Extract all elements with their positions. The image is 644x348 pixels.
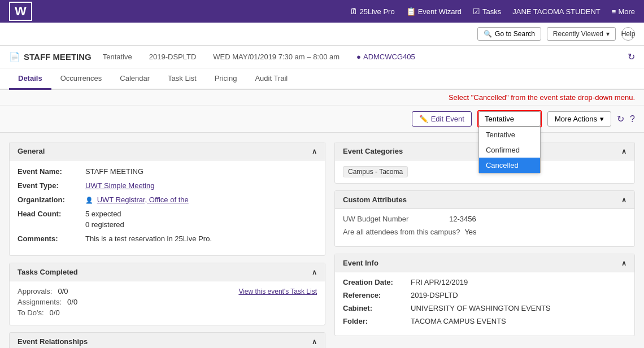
dropdown-item-tentative[interactable]: Tentative [479, 127, 540, 142]
search-bar-row: 🔍 Go to Search Recently Viewed ▾ Help [0, 23, 644, 46]
refresh-button[interactable]: ↻ [628, 51, 635, 62]
event-admin: ● ADMCWCG405 [356, 53, 415, 61]
refresh-action-button[interactable]: ↻ [617, 114, 624, 124]
cabinet-label: Cabinet: [343, 304, 411, 312]
calendar-icon: 🗓 [350, 7, 358, 16]
uw-logo[interactable]: W [9, 2, 32, 21]
creation-date-row: Creation Date: FRI APR/12/2019 [343, 278, 626, 286]
help-button[interactable]: Help [621, 27, 635, 41]
org-value: 👤 UWT Registrar, Office of the [85, 195, 189, 204]
registered-count: 0 registered [85, 220, 124, 229]
admin-value: ADMCWCG405 [363, 53, 415, 61]
custom-attrs-header: Custom Attributes ∧ [335, 191, 634, 209]
more-actions-label: More Actions [555, 115, 597, 123]
nav-tasks-label: Tasks [482, 7, 501, 16]
uw-budget-row: UW Budget Number 12-3456 [343, 215, 626, 223]
reference-value: 2019-DSPLTD [411, 291, 458, 299]
nav-user-label: JANE TACOMA STUDENT [512, 7, 601, 16]
relationships-toggle-icon[interactable]: ∧ [312, 338, 317, 346]
tab-occurrences[interactable]: Occurrences [51, 68, 111, 90]
creation-date-label: Creation Date: [343, 278, 411, 286]
event-info-toggle-icon[interactable]: ∧ [621, 259, 626, 267]
recently-viewed-dropdown[interactable]: Recently Viewed ▾ [547, 27, 616, 41]
tab-pricing[interactable]: Pricing [206, 68, 246, 90]
categories-toggle-icon[interactable]: ∧ [621, 147, 626, 155]
event-type-value: UWT Simple Meeting [85, 181, 155, 190]
custom-attrs-title: Custom Attributes [343, 195, 407, 204]
help-label: Help [621, 30, 636, 38]
tasks-body: Approvals: 0/0 Assignments: 0/0 To Do's:… [10, 281, 325, 325]
main-content: General ∧ Event Name: STAFF MEETING Even… [0, 133, 644, 348]
nav-more[interactable]: ≡ More [612, 7, 635, 16]
cabinet-value: UNIVERSITY OF WASHINGTON EVENTS [411, 304, 551, 312]
nav-items: 🗓 25Live Pro 📋 Event Wizard ☑ Tasks JANE… [350, 7, 635, 16]
approvals-row: Approvals: 0/0 [18, 287, 77, 295]
chevron-down-icon: ▾ [600, 115, 604, 123]
tasks-section: Tasks Completed ∧ Approvals: 0/0 Assignm… [9, 263, 325, 325]
folder-row: Folder: TACOMA CAMPUS EVENTS [343, 317, 626, 325]
state-select-wrapper: Tentative Confirmed Cancelled Tentative … [477, 110, 542, 128]
event-type-link[interactable]: UWT Simple Meeting [85, 181, 155, 190]
tab-calendar[interactable]: Calendar [111, 68, 159, 90]
general-title: General [18, 147, 45, 155]
nav-more-label: More [618, 7, 635, 16]
tasks-title: Tasks Completed [18, 268, 78, 276]
org-link[interactable]: UWT Registrar, Office of the [97, 195, 189, 204]
state-dropdown-menu: Tentative Confirmed Cancelled [478, 127, 541, 173]
general-toggle-icon[interactable]: ∧ [312, 147, 317, 155]
org-icon: 👤 [85, 197, 93, 203]
recently-viewed-label: Recently Viewed [553, 30, 603, 38]
attendees-label: Are all attendees from this campus? [343, 228, 460, 236]
go-to-search-button[interactable]: 🔍 Go to Search [477, 27, 541, 41]
nav-tasks[interactable]: ☑ Tasks [473, 7, 501, 16]
tab-details[interactable]: Details [9, 68, 51, 90]
comments-row: Comments: This is a test reservation in … [18, 234, 317, 243]
approvals-label: Approvals: [18, 287, 52, 295]
tab-details-label: Details [18, 74, 42, 82]
uw-budget-value: 12-3456 [449, 215, 476, 223]
head-count-label: Head Count: [18, 210, 85, 229]
reference-row: Reference: 2019-DSPLTD [343, 291, 626, 299]
uw-budget-label: UW Budget Number [343, 215, 445, 223]
todos-row: To Do's: 0/0 [18, 308, 77, 317]
todos-label: To Do's: [18, 308, 44, 317]
help-action-button[interactable]: ? [630, 114, 635, 124]
comments-value: This is a test reservation in 25Live Pro… [85, 234, 212, 243]
event-info-title: Event Info [343, 259, 378, 267]
tab-task-list-label: Task List [168, 74, 197, 82]
nav-user[interactable]: JANE TACOMA STUDENT [512, 7, 601, 16]
left-panel: General ∧ Event Name: STAFF MEETING Even… [9, 142, 325, 348]
search-icon: 🔍 [484, 30, 492, 38]
event-name-value: STAFF MEETING [85, 167, 143, 176]
folder-value: TACOMA CAMPUS EVENTS [411, 317, 506, 325]
edit-icon: ✏️ [419, 115, 428, 123]
nav-25live-pro[interactable]: 🗓 25Live Pro [350, 7, 395, 16]
general-section: General ∧ Event Name: STAFF MEETING Even… [9, 142, 325, 256]
attendees-value: Yes [464, 228, 476, 236]
folder-label: Folder: [343, 317, 411, 325]
custom-attrs-toggle-icon[interactable]: ∧ [621, 196, 626, 204]
event-info-section: Event Info ∧ Creation Date: FRI APR/12/2… [334, 254, 635, 336]
reference-label: Reference: [343, 291, 411, 299]
relationships-title: Event Relationships [18, 337, 88, 346]
state-select[interactable]: Tentative Confirmed Cancelled [478, 111, 541, 127]
tasks-toggle-icon[interactable]: ∧ [312, 268, 317, 276]
nav-wizard-label: Event Wizard [418, 7, 462, 16]
view-tasks-link[interactable]: View this event's Task List [238, 287, 317, 319]
org-label: Organization: [18, 195, 85, 204]
event-name: STAFF MEETING [24, 52, 92, 62]
hamburger-icon: ≡ [612, 7, 616, 16]
tab-pricing-label: Pricing [215, 74, 237, 82]
nav-event-wizard[interactable]: 📋 Event Wizard [406, 7, 462, 16]
edit-event-button[interactable]: ✏️ Edit Event [412, 111, 472, 127]
tab-audit-trail[interactable]: Audit Trail [246, 68, 297, 90]
assignments-value: 0/0 [67, 298, 77, 306]
dropdown-item-cancelled[interactable]: Cancelled [479, 158, 540, 173]
tasks-section-header: Tasks Completed ∧ [10, 263, 325, 281]
more-actions-button[interactable]: More Actions ▾ [547, 111, 611, 127]
general-section-body: Event Name: STAFF MEETING Event Type: UW… [10, 160, 325, 255]
tab-task-list[interactable]: Task List [159, 68, 206, 90]
dropdown-item-confirmed[interactable]: Confirmed [479, 142, 540, 158]
admin-dot-icon: ● [356, 53, 361, 61]
top-navigation: W 🗓 25Live Pro 📋 Event Wizard ☑ Tasks JA… [0, 0, 644, 23]
